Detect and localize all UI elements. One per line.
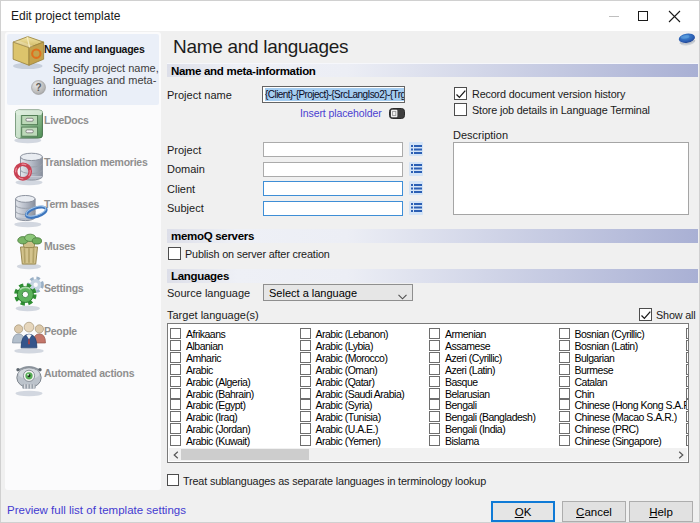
database-blue-icon: [11, 192, 47, 226]
language-checkbox: [300, 423, 311, 434]
language-checkbox: [429, 376, 440, 387]
language-checkbox: [429, 388, 440, 399]
language-checkbox: [170, 328, 181, 339]
help-button[interactable]: Help: [629, 501, 693, 522]
description-textarea[interactable]: [453, 142, 689, 215]
language-checkbox: [559, 328, 570, 339]
sidebar-item-label: Automated actions: [44, 367, 134, 379]
store-job-details-checkbox[interactable]: [454, 103, 467, 116]
sidebar-item-label: Name and languages: [44, 43, 145, 55]
scrollbar-thumb[interactable]: [181, 449, 309, 460]
target-languages-listbox[interactable]: AfrikaansAlbanianAmharicArabicArabic (Al…: [167, 323, 689, 463]
sidebar: Name and languages Specify project name,…: [5, 32, 161, 490]
language-label: Bislama: [445, 435, 479, 447]
language-label: Bosnian (Latin): [575, 340, 638, 352]
language-label: Arabic: [186, 364, 213, 376]
titlebar: Edit project template: [1, 1, 699, 31]
sidebar-item-label: Settings: [44, 282, 83, 294]
language-checkbox: [300, 411, 311, 422]
section-header-languages: Languages: [167, 269, 698, 283]
client-list-button[interactable]: [409, 181, 423, 195]
preview-template-settings-link[interactable]: Preview full list of template settings: [7, 504, 186, 516]
scroll-right-arrow[interactable]: [674, 448, 687, 461]
language-label: Arabic (Lebanon): [316, 328, 389, 340]
language-checkbox: [429, 435, 440, 446]
clipped-language-checkbox: [686, 376, 689, 387]
language-label: Afrikaans: [186, 328, 225, 340]
language-label: Arabic (Saudi Arabia): [316, 388, 405, 400]
svg-text:?: ?: [35, 82, 41, 93]
edit-project-template-dialog: Edit project template Name and l: [0, 0, 700, 523]
language-checkbox: [429, 399, 440, 410]
language-label: Chinese (Singapore): [575, 435, 662, 447]
language-checkbox: [429, 364, 440, 375]
language-checkbox: [559, 435, 570, 446]
cabinet-icon: [11, 108, 47, 142]
language-label: Arabic (Bahrain): [186, 388, 254, 400]
language-checkbox: [559, 423, 570, 434]
language-label: Arabic (Syria): [316, 399, 373, 411]
language-checkbox: [429, 328, 440, 339]
client-input[interactable]: [263, 181, 403, 196]
domain-input[interactable]: [263, 162, 403, 177]
language-checkbox: [559, 388, 570, 399]
language-checkbox: [300, 388, 311, 399]
project-label: Project: [167, 144, 201, 156]
language-checkbox: [300, 399, 311, 410]
language-checkbox: [300, 364, 311, 375]
ok-button[interactable]: OK: [491, 501, 555, 522]
language-label: Belarusian: [445, 388, 490, 400]
language-checkbox: [429, 423, 440, 434]
target-languages-label: Target language(s): [167, 309, 259, 321]
language-label: Bulgarian: [575, 352, 615, 364]
muse-icon: [11, 234, 47, 268]
source-language-dropdown[interactable]: Select a language: [263, 284, 413, 301]
clipped-language-checkbox: [686, 340, 689, 351]
language-checkbox: [559, 399, 570, 410]
page-title: Name and languages: [173, 36, 348, 58]
language-label: Chin: [575, 388, 595, 400]
clipped-language-checkbox: [686, 352, 689, 363]
language-label: Chinese (Hong Kong S.A.R.): [575, 399, 690, 411]
section-header-servers: memoQ servers: [167, 229, 698, 243]
project-input[interactable]: [263, 142, 403, 157]
placeholder-toggle-icon[interactable]: [389, 108, 405, 121]
language-label: Arabic (Morocco): [316, 352, 388, 364]
show-all-checkbox[interactable]: [639, 308, 652, 321]
show-all-label: Show all: [656, 309, 696, 321]
subject-input[interactable]: [263, 201, 403, 216]
record-history-checkbox[interactable]: [454, 87, 467, 100]
language-checkbox: [170, 388, 181, 399]
treat-sublanguages-checkbox[interactable]: [167, 474, 179, 486]
domain-label: Domain: [167, 163, 205, 175]
clipped-language-checkbox: [686, 399, 689, 410]
language-checkbox: [300, 435, 311, 446]
project-list-button[interactable]: [409, 142, 423, 156]
section-header-meta: Name and meta-information: [167, 63, 698, 77]
project-name-input[interactable]: {Client}-{Project}-{SrcLangIso2}-{TrgL: [262, 86, 405, 103]
store-job-details-label: Store job details in Language Terminal: [472, 104, 650, 116]
language-label: Arabic (Yemen): [316, 435, 381, 447]
close-button[interactable]: [654, 1, 694, 31]
language-checkbox: [559, 376, 570, 387]
domain-list-button[interactable]: [409, 162, 423, 176]
language-label: Chinese (PRC): [575, 423, 639, 435]
treat-sublanguages-label: Treat sublanguages as separate languages…: [183, 475, 486, 487]
subject-list-button[interactable]: [409, 201, 423, 215]
client-label: Client: [167, 183, 195, 195]
sidebar-item-label: LiveDocs: [44, 114, 89, 126]
language-label: Arabic (Lybia): [316, 340, 373, 352]
cancel-button[interactable]: Cancel: [562, 501, 626, 522]
language-label: Albanian: [186, 340, 223, 352]
horizontal-scrollbar[interactable]: [169, 448, 687, 461]
language-checkbox: [170, 376, 181, 387]
language-checkbox: [429, 411, 440, 422]
language-checkbox: [429, 340, 440, 351]
insert-placeholder-link[interactable]: Insert placeholder: [300, 107, 382, 119]
clipped-language-checkbox: [686, 388, 689, 399]
project-name-label: Project name: [167, 89, 232, 101]
language-label: Assamese: [445, 340, 490, 352]
gears-icon: [11, 276, 47, 310]
publish-on-server-checkbox[interactable]: [168, 247, 181, 260]
help-badge-icon: ?: [31, 80, 46, 97]
